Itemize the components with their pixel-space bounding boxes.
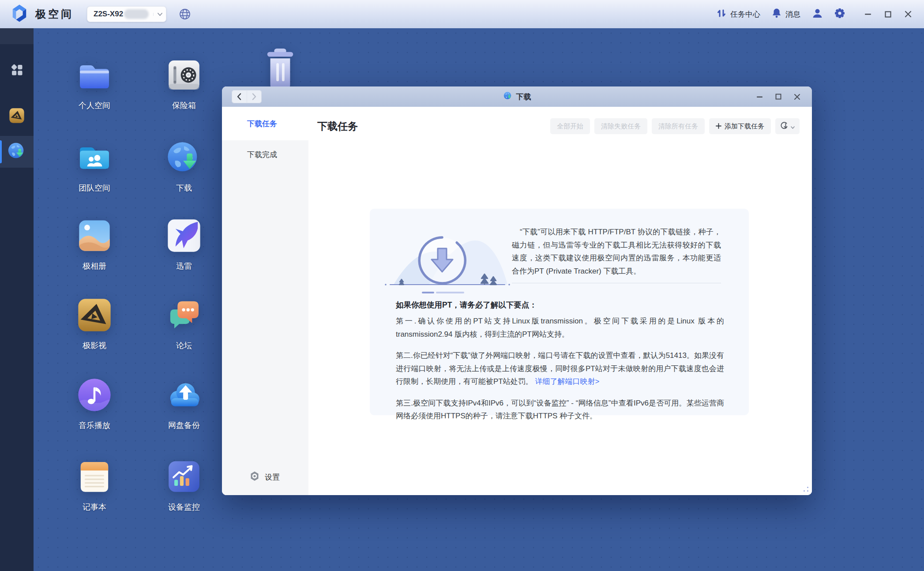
back-button[interactable] [232,90,247,103]
movies-app-icon [8,107,26,126]
bell-icon [772,8,781,20]
rail-movies-app-button[interactable] [0,101,34,132]
top-bar: 极空间 Z2S-X92 [0,0,924,28]
app-label: 团队空间 [56,183,132,193]
window-body: 下载任务 下载完成 设置 [222,107,812,495]
window-maximize-icon[interactable] [775,94,781,100]
safe-box-icon [165,56,203,94]
device-selector[interactable]: Z2S-X92 [87,6,166,22]
network-globe-icon[interactable] [179,8,191,20]
download-window: 下载 下载任务 下载完成 [222,86,812,495]
movies-icon [75,296,114,334]
notepad-icon [75,457,114,496]
rail-download-app-button[interactable] [0,136,34,168]
app-label: 音乐播放 [56,420,132,431]
trash-icon[interactable] [262,47,298,92]
pt-point-3: 第三.极空间下载支持IPv4和IPv6，可以到“设备监控” - “网络信息”中查… [396,397,724,423]
pt-intro-text: “下载”可以用来下载 HTTP/FTP/BT 协议的下载链接，种子，磁力链，但与… [512,225,721,278]
brand-title: 极空间 [35,7,74,21]
settings-gear-icon [249,471,260,484]
app-label: 设备监控 [146,502,222,512]
start-all-button[interactable]: 全部开始 [550,118,590,134]
device-monitor-icon [165,457,203,496]
pt-points: 第一.确认你使用的PT站支持Linux版transmission。极空间下载采用… [396,315,724,431]
cloud-backup-icon [165,376,203,414]
desktop-app-movies[interactable]: 极影视 [56,296,132,351]
gear-icon [834,8,845,21]
pt-points-heading: 如果你想使用PT，请务必了解以下要点： [396,300,537,310]
rail-app-grid-button[interactable] [0,55,34,86]
tab-download-finished[interactable]: 下载完成 [222,140,308,169]
zspace-logo-icon [10,3,29,26]
app-label: 个人空间 [56,100,132,111]
app-label: 极影视 [56,340,132,351]
window-title-text: 下载 [516,92,531,102]
desktop-app-photo-album[interactable]: 极相册 [56,216,132,271]
window-titlebar[interactable]: 下载 [222,86,812,107]
desktop-app-team-space[interactable]: 团队空间 [56,138,132,193]
brand: 极空间 [0,3,74,26]
tab-download-tasks[interactable]: 下载任务 [222,107,308,140]
messages-button[interactable]: 消息 [772,8,800,20]
divider [512,283,721,283]
clear-failed-button[interactable]: 清除失败任务 [594,118,647,134]
desktop-app-download[interactable]: 下载 [146,138,222,193]
app-label: 下载 [146,183,222,193]
main-header: 下载任务 全部开始 清除失败任务 清除所有任务 [317,118,800,134]
desktop-app-safe-box[interactable]: 保险箱 [146,56,222,111]
app-label: 论坛 [146,340,222,351]
plus-icon [716,123,721,130]
desktop-app-device-monitor[interactable]: 设备监控 [146,457,222,512]
desktop-app-forum[interactable]: 论坛 [146,296,222,351]
device-name-redacted [124,9,149,19]
maximize-icon[interactable] [885,11,891,18]
music-player-icon [75,376,114,414]
desktop-app-cloud-backup[interactable]: 网盘备份 [146,376,222,431]
app-label: 网盘备份 [146,420,222,431]
device-name: Z2S-X92 [94,10,123,19]
close-icon[interactable] [905,11,912,18]
app-label: 保险箱 [146,100,222,111]
window-nav-buttons [232,90,262,103]
window-minimize-icon[interactable] [756,94,763,100]
xunlei-bird-icon [165,216,203,255]
forum-icon [165,296,203,334]
desktop-app-xunlei[interactable]: 迅雷 [146,216,222,271]
app-label: 极相册 [56,261,132,271]
download-settings-button[interactable]: 设置 [249,471,280,484]
settings-button[interactable] [834,8,845,21]
rail-top-strip [0,28,34,44]
download-main: 下载任务 全部开始 清除失败任务 清除所有任务 [308,107,812,495]
task-center-icon [717,8,726,20]
settings-label: 设置 [265,472,280,482]
chevron-down-icon [153,13,162,16]
desktop-app-notepad[interactable]: 记事本 [56,457,132,512]
desktop-app-personal-space[interactable]: 个人空间 [56,56,132,111]
pt-info-card: “下载”可以用来下载 HTTP/FTP/BT 协议的下载链接，种子，磁力链，但与… [370,209,749,415]
task-center-button[interactable]: 任务中心 [717,8,760,20]
tab-label: 下载任务 [247,119,277,129]
forward-button[interactable] [247,90,262,103]
window-close-icon[interactable] [794,94,800,100]
clear-all-button[interactable]: 清除所有任务 [652,118,705,134]
download-sidebar: 下载任务 下载完成 设置 [222,107,308,495]
user-account-button[interactable] [812,8,823,21]
app-label: 迅雷 [146,261,222,271]
window-resize-handle[interactable] [802,485,808,492]
minimize-icon[interactable] [864,11,871,18]
sort-by-time-icon [780,121,789,131]
port-mapping-link[interactable]: 详细了解端口映射> [535,377,599,386]
window-title: 下载 [222,86,812,107]
pt-point-2: 第二.你已经针对“下载”做了外网端口映射，端口号请在下载的设置中查看，默认为51… [396,349,724,388]
download-app-icon [7,141,27,163]
download-icon [165,138,203,177]
personal-space-icon [75,56,114,94]
page-title: 下载任务 [317,120,358,133]
sort-order-button[interactable] [775,118,800,134]
chevron-down-icon [791,123,795,130]
tab-label: 下载完成 [247,150,277,160]
desktop-app-music-player[interactable]: 音乐播放 [56,376,132,431]
add-download-task-button[interactable]: 添加下载任务 [709,118,771,134]
app-grid-icon [9,62,25,79]
pt-point-1: 第一.确认你使用的PT站支持Linux版transmission。极空间下载采用… [396,315,724,341]
